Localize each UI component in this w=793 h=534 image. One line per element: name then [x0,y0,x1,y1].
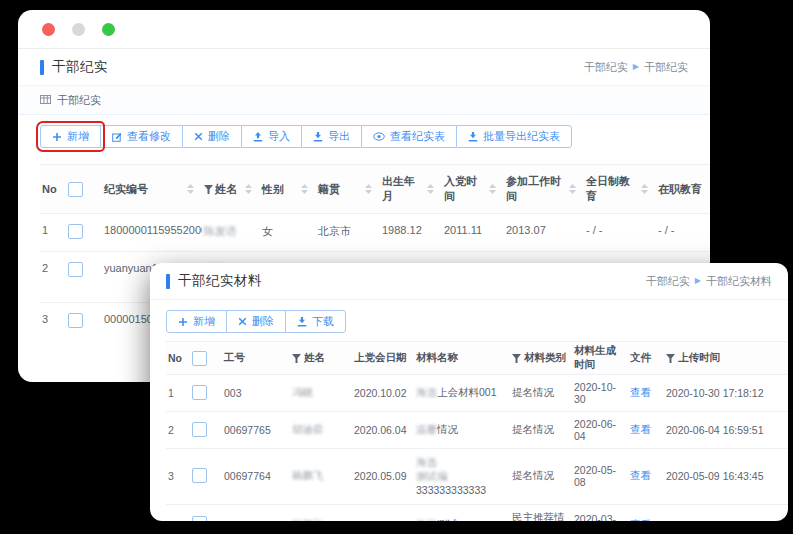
table-header-row: No 纪实编号 姓名 性别 籍贯 出生年月 [40,164,710,214]
record-id-cell: 180000011595520000 [102,224,202,236]
header-file[interactable]: 文件 [628,351,664,365]
filter-funnel-icon[interactable] [512,354,521,363]
close-x-icon [194,132,203,141]
row-checkbox[interactable] [192,516,207,521]
download-icon [313,132,323,142]
materials-table: No 工号 姓名 上党会日期 材料名称 材料类别 材料生成时间 文件 上传时间 [150,341,788,521]
title-accent-bar [166,274,170,289]
export-button[interactable]: 导出 [301,125,362,148]
add-button[interactable]: 新增 [166,310,227,333]
onjob-edu-cell: - / - [656,224,710,236]
breadcrumb-arrow-icon: ▶ [633,63,639,71]
material-name-cell: 海选测试编333333333333 [414,449,510,504]
cadre-record-materials-window: 干部纪实材料 干部纪实 ▶ 干部纪实材料 新增 删除 下载 No 工号 [150,263,788,521]
sort-icon[interactable] [245,184,252,194]
row-index: 1 [166,381,190,405]
material-name-cell: 海选上会材料001 [414,380,510,406]
download-icon [297,317,307,327]
material-name-cell: 温馨情况 [414,417,510,443]
page-title: 干部纪实 [52,58,108,76]
view-file-link[interactable]: 查看 [630,469,651,481]
header-category[interactable]: 材料类别 [510,351,572,365]
gen-date-cell: 2020-10-30 [572,375,628,411]
page-header: 干部纪实材料 干部纪实 ▶ 干部纪实材料 [150,263,788,300]
window-titlebar [18,10,710,49]
eye-icon [373,132,385,141]
row-checkbox[interactable] [192,385,207,400]
row-index: 2 [40,262,66,274]
panel-title: 干部纪实 [57,93,101,108]
download-button[interactable]: 下载 [285,310,346,333]
select-all-checkbox[interactable] [192,351,207,366]
header-join-party[interactable]: 入党时间 [442,174,504,204]
page-header: 干部纪实 干部纪实 ▶ 干部纪实 [18,49,710,86]
add-button[interactable]: 新增 [40,125,101,148]
filter-funnel-icon[interactable] [666,354,675,363]
meeting-date-cell: 2020.03.03 [352,513,414,521]
breadcrumb-parent[interactable]: 干部纪实 [584,60,628,75]
header-birth[interactable]: 出生年月 [380,174,442,204]
minimize-button[interactable] [72,23,85,36]
sort-icon[interactable] [489,184,496,194]
sort-icon[interactable] [187,184,194,194]
title-accent-bar [40,60,44,75]
header-onjob-edu[interactable]: 在职教育 [656,182,710,197]
view-record-table-button[interactable]: 查看纪实表 [361,125,457,148]
sort-icon[interactable] [569,184,576,194]
sort-icon[interactable] [301,184,308,194]
page-title: 干部纪实材料 [178,272,262,290]
zoom-button[interactable] [102,23,115,36]
select-all-checkbox[interactable] [68,182,83,197]
filter-funnel-icon[interactable] [292,354,301,363]
table-grid-icon [40,94,51,106]
edit-icon [112,132,122,142]
sort-icon[interactable] [365,184,372,194]
header-join-work[interactable]: 参加工作时间 [504,174,584,204]
delete-button[interactable]: 删除 [226,310,286,333]
header-origin[interactable]: 籍贯 [316,182,380,197]
category-cell: 提名情况 [510,380,572,406]
plus-icon [178,317,188,327]
view-file-link[interactable]: 查看 [630,423,651,435]
work-id-cell: 00697764 [222,464,290,488]
header-name[interactable]: 姓名 [202,182,260,197]
header-no: No [166,352,190,364]
row-index: 1 [40,224,66,236]
header-upload-time[interactable]: 上传时间 [664,351,772,365]
view-file-link[interactable]: 查看 [630,386,651,398]
header-meeting-date[interactable]: 上党会日期 [352,351,414,365]
breadcrumb-arrow-icon: ▶ [695,277,701,285]
meeting-date-cell: 2020.06.04 [352,418,414,442]
row-checkbox[interactable] [192,422,207,437]
breadcrumb-parent[interactable]: 干部纪实 [646,274,690,289]
row-checkbox[interactable] [68,262,83,277]
row-checkbox[interactable] [192,468,207,483]
filter-funnel-icon[interactable] [204,185,213,194]
sort-icon[interactable] [641,184,648,194]
upload-time-cell: 2020-03-04 13:44:28 [664,513,772,521]
upload-time-cell: 2020-06-04 16:59:51 [664,418,772,442]
row-checkbox[interactable] [68,313,83,328]
download-icon [468,132,478,142]
header-name[interactable]: 姓名 [290,351,352,365]
birth-cell: 1988.12 [380,224,442,236]
join-party-cell: 2011.11 [442,224,504,236]
view-file-link[interactable]: 查看 [630,518,651,521]
header-material-name[interactable]: 材料名称 [414,351,510,365]
row-checkbox[interactable] [68,224,83,239]
table-row: 1 180000011595520000 陈发语 女 北京市 1988.12 2… [40,214,710,252]
header-record-id[interactable]: 纪实编号 [102,182,202,197]
batch-export-record-table-button[interactable]: 批量导出纪实表 [456,125,572,148]
delete-button[interactable]: 删除 [182,125,242,148]
import-button[interactable]: 导入 [241,125,302,148]
sort-icon[interactable] [427,184,434,194]
category-cell: 提名情况 [510,463,572,489]
back-toolbar: 新增 查看修改 删除 导入 导出 查看纪实表 批量导出纪实表 [18,115,710,156]
name-cell: 胡迪弈 [290,417,352,443]
header-fulltime-edu[interactable]: 全日制教育 [584,174,656,204]
view-edit-button[interactable]: 查看修改 [100,125,183,148]
header-gen-time[interactable]: 材料生成时间 [572,344,628,371]
header-work-id[interactable]: 工号 [222,351,290,365]
close-button[interactable] [42,23,55,36]
header-gender[interactable]: 性别 [260,182,316,197]
